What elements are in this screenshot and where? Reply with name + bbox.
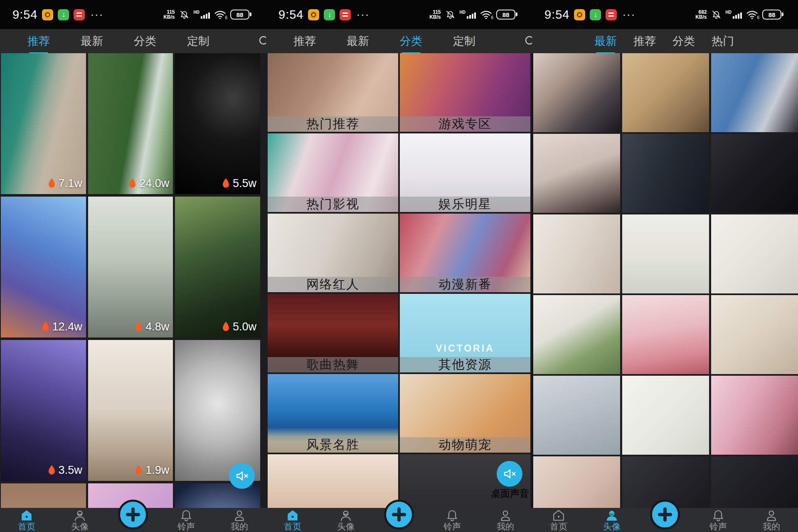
wallpaper-tile[interactable]: 5.0w — [175, 197, 260, 337]
nav-ringtone[interactable]: 铃声 — [426, 508, 479, 532]
alarm-muted-icon — [179, 10, 190, 19]
download-notification-icon: ↓ — [590, 9, 601, 20]
status-left-cluster: 9:54 ↓ ··· — [532, 8, 635, 22]
avatar-tile[interactable] — [533, 376, 620, 455]
content-scroll-area[interactable]: 热门推荐游戏专区热门影视娱乐明星网络红人动漫新番歌曲热舞VICTORIA其他资源… — [266, 53, 532, 508]
add-button[interactable] — [650, 500, 680, 530]
avatar-tile[interactable] — [533, 295, 620, 374]
home-icon — [286, 509, 299, 522]
content-scroll-area[interactable] — [532, 53, 798, 508]
tab-recommend[interactable]: 推荐 — [293, 34, 316, 49]
tab-label: 热门 — [712, 35, 734, 47]
category-label: 动漫新番 — [400, 277, 530, 292]
notification-app-icon-orange — [42, 9, 53, 20]
nav-label: 我的 — [497, 522, 514, 531]
avatar-tile[interactable] — [622, 53, 709, 132]
wallpaper-tile[interactable]: 7.1w — [1, 53, 86, 194]
tab-category[interactable]: 分类 — [672, 34, 695, 49]
heat-count-badge: 5.5w — [222, 177, 256, 190]
tab-recommend[interactable]: 推荐 — [633, 34, 656, 49]
nav-avatar[interactable]: 头像 — [585, 508, 638, 532]
nav-mine[interactable]: 我的 — [479, 508, 532, 532]
avatar-tile[interactable] — [711, 53, 798, 132]
nav-home[interactable]: 首页 — [532, 508, 585, 532]
avatar-tile[interactable] — [533, 214, 620, 293]
status-bar: 9:54 ↓ ··· 682KB/s HD 6 88 — [532, 0, 798, 29]
wallpaper-tile[interactable] — [1, 483, 86, 508]
category-tile[interactable]: 游戏专区 — [400, 53, 530, 132]
tab-custom[interactable]: 定制 — [187, 34, 209, 49]
nav-label: 铃声 — [177, 522, 195, 531]
avatar-tile[interactable] — [622, 214, 709, 293]
category-tile[interactable]: 动物萌宠 — [400, 374, 530, 453]
avatar-tile[interactable] — [711, 376, 798, 455]
wifi-icon: 6 — [480, 10, 492, 20]
avatar-tile[interactable] — [711, 214, 798, 293]
home-icon — [20, 509, 33, 522]
add-button[interactable] — [384, 500, 414, 530]
nav-label: 首页 — [284, 522, 301, 531]
avatar-tile[interactable] — [533, 53, 620, 132]
home-icon — [552, 509, 565, 522]
nav-ringtone[interactable]: 铃声 — [160, 508, 213, 532]
wallpaper-tile[interactable]: 5.5w — [175, 53, 260, 194]
nav-label: 头像 — [337, 522, 355, 531]
search-icon[interactable] — [258, 34, 266, 48]
tab-newest[interactable]: 最新 — [594, 34, 617, 49]
category-tile[interactable]: 娱乐明星 — [400, 133, 530, 212]
flame-icon — [128, 178, 136, 189]
wallpaper-tile[interactable] — [175, 340, 260, 481]
tile-grid: 7.1w24.0w5.5w12.4w4.8w5.0w3.5w1.9w — [1, 53, 260, 508]
desktop-sound-mute-button[interactable] — [497, 461, 522, 487]
avatar-tile[interactable] — [533, 134, 620, 213]
nav-home[interactable]: 首页 — [0, 508, 53, 532]
mine-icon — [765, 509, 778, 522]
status-right-cluster: 682KB/s HD 6 88 — [695, 10, 798, 20]
avatar-tile[interactable] — [711, 295, 798, 374]
wallpaper-tile[interactable]: 24.0w — [88, 53, 173, 194]
tab-recommend[interactable]: 推荐 — [27, 34, 50, 49]
category-tile[interactable] — [268, 454, 398, 508]
category-tile[interactable]: VICTORIA其他资源 — [400, 294, 530, 372]
avatar-tile[interactable] — [622, 376, 709, 455]
heat-count: 3.5w — [59, 464, 82, 477]
tab-category[interactable]: 分类 — [400, 34, 422, 49]
tab-newest[interactable]: 最新 — [81, 34, 103, 49]
wallpaper-tile[interactable]: 12.4w — [1, 197, 86, 337]
hd-label: HD — [460, 10, 466, 15]
category-tile[interactable]: 网络红人 — [268, 214, 398, 292]
category-tile[interactable]: 风景名胜 — [268, 374, 398, 453]
heat-count-badge: 12.4w — [42, 320, 82, 333]
nav-mine[interactable]: 我的 — [213, 508, 266, 532]
avatar-tile[interactable] — [622, 134, 709, 213]
search-icon[interactable] — [524, 34, 532, 48]
category-tile[interactable]: 歌曲热舞 — [268, 294, 398, 372]
wallpaper-tile[interactable]: 3.5w — [1, 340, 86, 481]
nav-avatar[interactable]: 头像 — [319, 508, 372, 532]
avatar-tile[interactable] — [711, 456, 798, 508]
category-tile[interactable]: 热门推荐 — [268, 53, 398, 132]
avatar-tile[interactable] — [622, 295, 709, 374]
nav-avatar[interactable]: 头像 — [53, 508, 106, 532]
nav-ringtone[interactable]: 铃声 — [692, 508, 745, 532]
heat-count: 24.0w — [139, 177, 169, 190]
app-logo-lines — [342, 12, 348, 17]
desktop-sound-mute-button[interactable] — [229, 463, 255, 489]
category-tile[interactable]: 热门影视 — [268, 133, 398, 212]
tab-hot[interactable]: 热门 — [712, 34, 734, 49]
avatar-tile[interactable] — [711, 134, 798, 213]
content-scroll-area[interactable]: 7.1w24.0w5.5w12.4w4.8w5.0w3.5w1.9w — [0, 53, 266, 508]
wallpaper-tile[interactable]: 4.8w — [88, 197, 173, 337]
wifi-icon: 6 — [214, 10, 226, 20]
nav-mine[interactable]: 我的 — [745, 508, 798, 532]
bottom-nav-bar: 首页头像铃声我的 — [532, 508, 798, 532]
wallpaper-tile[interactable]: 1.9w — [88, 340, 173, 481]
tab-category[interactable]: 分类 — [134, 34, 156, 49]
tab-custom[interactable]: 定制 — [453, 34, 475, 49]
tab-newest[interactable]: 最新 — [347, 34, 369, 49]
nav-home[interactable]: 首页 — [266, 508, 319, 532]
avatar-tile[interactable] — [533, 456, 620, 508]
category-tile[interactable]: 动漫新番 — [400, 214, 530, 292]
avatar-icon — [74, 509, 86, 522]
add-button[interactable] — [118, 500, 148, 530]
